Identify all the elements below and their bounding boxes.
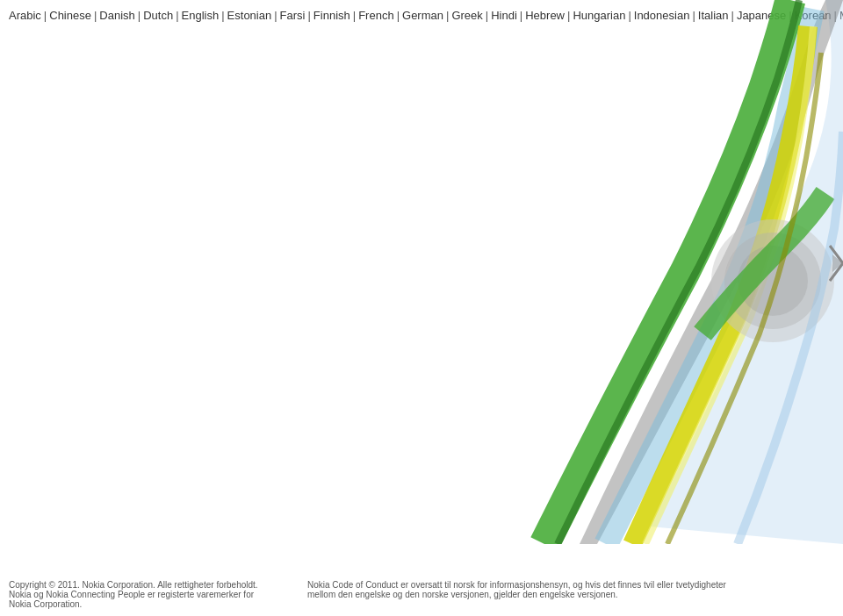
lang-link-estonian[interactable]: Estonian [227,9,272,22]
footer-right: Nokia Code of Conduct er oversatt til no… [307,580,746,609]
footer-left: Copyright © 2011. Nokia Corporation. All… [9,580,272,609]
lang-link-french[interactable]: French [358,9,393,22]
separator: | [176,9,178,22]
lang-link-german[interactable]: German [402,9,443,22]
separator: | [397,9,400,22]
footer-copyright: Copyright © 2011. Nokia Corporation. All… [9,580,272,590]
separator: | [221,9,224,22]
separator: | [353,9,356,22]
separator: | [446,9,449,22]
separator: | [138,9,140,22]
lang-link-arabic[interactable]: Arabic [9,9,41,22]
lang-link-danish[interactable]: Danish [99,9,134,22]
separator: | [44,9,47,22]
footer: Copyright © 2011. Nokia Corporation. All… [0,571,843,616]
separator: | [94,9,97,22]
lang-link-chinese[interactable]: Chinese [49,9,91,22]
lang-link-dutch[interactable]: Dutch [143,9,173,22]
separator: | [307,9,310,22]
decorative-graphic [474,0,843,544]
footer-trademark: Nokia og Nokia Connecting People er regi… [9,590,272,609]
separator: | [274,9,277,22]
lang-link-finnish[interactable]: Finnish [313,9,350,22]
lang-link-farsi[interactable]: Farsi [280,9,306,22]
lang-link-english[interactable]: English [182,9,220,22]
